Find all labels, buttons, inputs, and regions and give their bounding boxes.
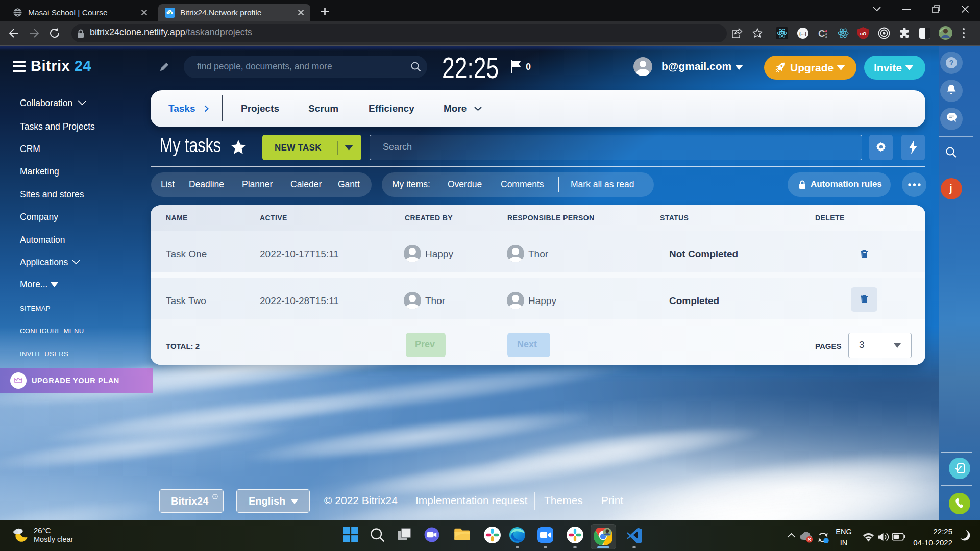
svg-text:?: ? [949, 59, 954, 67]
svg-text:C: C [818, 28, 825, 39]
svg-text:{...}: {...} [799, 31, 807, 36]
svg-text:uO: uO [860, 31, 867, 36]
